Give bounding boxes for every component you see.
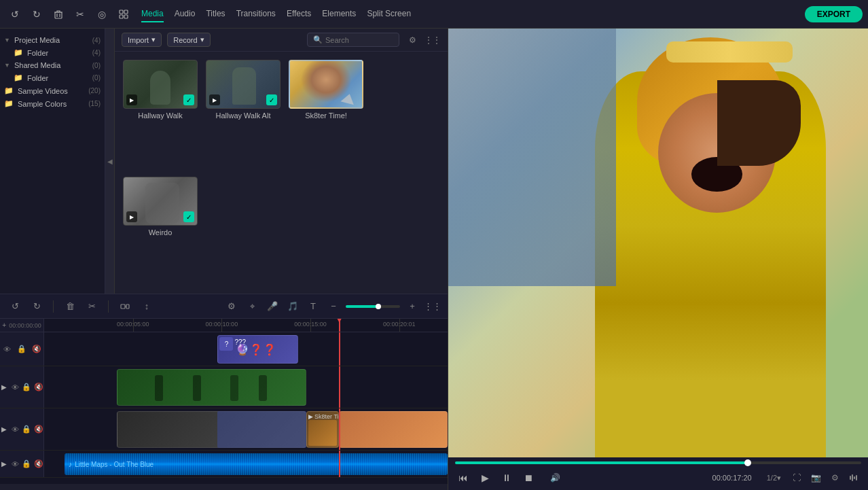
snapshot-button[interactable]: 📷 bbox=[808, 470, 823, 485]
track-lock-button[interactable]: 🔒 bbox=[22, 381, 31, 393]
media-item-hallway-walk-alt[interactable]: ▶ ✓ Hallway Walk Alt bbox=[206, 60, 281, 169]
track-play-button[interactable]: ▶ bbox=[0, 458, 8, 470]
timeline-zoom-in-button[interactable]: + bbox=[404, 298, 420, 315]
track-lock-button[interactable]: 🔒 bbox=[22, 458, 31, 470]
fullscreen-button[interactable]: ⛶ bbox=[789, 470, 804, 485]
timeline-delete-button[interactable]: 🗑 bbox=[62, 298, 78, 315]
track-lock-button[interactable]: 🔒 bbox=[22, 423, 31, 436]
search-icon: 🔍 bbox=[313, 35, 323, 44]
tab-audio[interactable]: Audio bbox=[175, 6, 196, 22]
playback-extra: 🔊 bbox=[547, 470, 562, 485]
subtitle-clip[interactable]: ? 🔮❓❓ ??? bbox=[217, 335, 298, 364]
sidebar-item-project-media[interactable]: ▼ Project Media (4) bbox=[0, 34, 105, 46]
timeline-voice-button[interactable]: 🎵 bbox=[285, 298, 301, 315]
media-item-sk8ter-time[interactable]: Sk8ter Time! bbox=[289, 60, 363, 169]
import-button[interactable]: Import ▾ bbox=[122, 33, 162, 47]
sidebar-item-folder2[interactable]: 📁 Folder (0) bbox=[0, 71, 105, 84]
check-icon: ✓ bbox=[183, 211, 194, 222]
timeline-zoom-slider[interactable] bbox=[346, 305, 400, 308]
track-mute-button[interactable]: 🔇 bbox=[34, 423, 43, 436]
timeline-redo-button[interactable]: ↻ bbox=[29, 298, 45, 315]
track-eye-button[interactable]: 👁 bbox=[1, 343, 13, 355]
check-icon: ✓ bbox=[266, 94, 277, 105]
timeline-zoom-out-button[interactable]: − bbox=[325, 298, 342, 315]
video-track-2-area: ▶ Sk8ter Time! bbox=[44, 408, 448, 450]
track-play-button[interactable]: ▶ bbox=[0, 381, 8, 393]
tab-titles[interactable]: Titles bbox=[206, 6, 225, 22]
track-mute-button[interactable]: 🔇 bbox=[34, 381, 43, 393]
sidebar-item-sample-colors[interactable]: 📁 Sample Colors (15) bbox=[0, 97, 105, 110]
pause-button[interactable]: ⏸ bbox=[499, 470, 515, 486]
record-chevron: ▾ bbox=[200, 35, 204, 44]
track-eye-button[interactable]: 👁 bbox=[11, 423, 19, 436]
svg-rect-8 bbox=[126, 304, 129, 309]
timeline-ripple-button[interactable] bbox=[117, 298, 133, 315]
sk8ter-clip-label: Sk8ter Time! bbox=[314, 413, 339, 420]
export-button[interactable]: EXPORT bbox=[805, 6, 863, 22]
separator bbox=[108, 300, 109, 313]
track-eye-button[interactable]: 👁 bbox=[11, 458, 19, 470]
tab-media[interactable]: Media bbox=[141, 6, 164, 22]
redo-icon[interactable]: ↻ bbox=[27, 5, 46, 24]
timeline-text-button[interactable]: T bbox=[305, 298, 321, 315]
sidebar-item-shared-media[interactable]: ▼ Shared Media (0) bbox=[0, 59, 105, 71]
timeline-trim-button[interactable]: ↕ bbox=[139, 298, 155, 315]
undo-icon[interactable]: ↺ bbox=[5, 5, 24, 24]
sidebar-item-label: Sample Colors bbox=[18, 100, 67, 108]
tab-split-screen[interactable]: Split Screen bbox=[367, 6, 411, 22]
timeline-cut-button[interactable]: ✂ bbox=[84, 298, 100, 315]
media-item-hallway-walk[interactable]: ▶ ✓ Hallway Walk bbox=[123, 60, 198, 169]
video-clip-main[interactable] bbox=[117, 369, 306, 406]
ratio-select[interactable]: 1/2▾ bbox=[763, 470, 785, 485]
sidebar-item-folder[interactable]: 📁 Folder (4) bbox=[0, 46, 105, 59]
search-box[interactable]: 🔍 bbox=[307, 33, 399, 47]
add-track-button[interactable]: + bbox=[2, 321, 6, 329]
audio-track-controls: ▶ 👁 🔒 🔇 bbox=[0, 451, 44, 477]
timeline-undo-button[interactable]: ↺ bbox=[7, 298, 23, 315]
search-input[interactable] bbox=[325, 36, 393, 44]
check-icon: ✓ bbox=[183, 94, 194, 105]
left-top: ▼ Project Media (4) 📁 Folder (4) ▼ Share… bbox=[0, 29, 448, 294]
import-label: Import bbox=[128, 36, 149, 44]
stabilize-icon[interactable]: ◎ bbox=[92, 5, 111, 24]
tracks-container: 👁 🔒 🔇 ? 🔮❓❓ ??? bbox=[0, 332, 448, 484]
settings-button[interactable]: ⚙ bbox=[827, 470, 842, 485]
timeline-audio-button[interactable]: 🎤 bbox=[264, 298, 281, 315]
timeline-more-button[interactable]: ⋮⋮ bbox=[424, 298, 441, 315]
timeline-snap-button[interactable]: ⌖ bbox=[244, 298, 260, 315]
sk8ter-video-clip[interactable] bbox=[339, 411, 448, 448]
sidebar-item-sample-videos[interactable]: 📁 Sample Videos (20) bbox=[0, 84, 105, 97]
sk8ter-clip[interactable]: ▶ Sk8ter Time! bbox=[306, 411, 339, 448]
record-button[interactable]: Record ▾ bbox=[167, 33, 210, 47]
sidebar-collapse-button[interactable]: ◀ bbox=[105, 29, 115, 294]
playhead[interactable] bbox=[339, 319, 340, 332]
progress-thumb[interactable] bbox=[744, 459, 751, 466]
audio-clip[interactable]: ♪ Little Maps - Out The Blue bbox=[65, 453, 448, 475]
tab-effects[interactable]: Effects bbox=[287, 6, 311, 22]
track-lock-button[interactable]: 🔒 bbox=[16, 343, 28, 355]
zoom-slider-thumb[interactable] bbox=[376, 304, 381, 309]
tab-elements[interactable]: Elements bbox=[322, 6, 356, 22]
track-mute-button[interactable]: 🔇 bbox=[31, 343, 43, 355]
music-icon: ♪ bbox=[69, 460, 73, 468]
ruler-area[interactable]: 00:00:05:00 00:00:10:00 00:00:15:00 00:0… bbox=[44, 319, 448, 332]
delete-icon[interactable] bbox=[49, 5, 68, 24]
play-button[interactable]: ▶ bbox=[477, 470, 493, 486]
track-play-button[interactable]: ▶ bbox=[0, 423, 8, 436]
timeline-settings-button[interactable]: ⚙ bbox=[223, 298, 240, 315]
waveform-button[interactable] bbox=[846, 470, 861, 485]
cut-icon[interactable]: ✂ bbox=[71, 5, 90, 24]
playhead-line bbox=[339, 451, 340, 477]
tab-transitions[interactable]: Transitions bbox=[236, 6, 276, 22]
grid-icon[interactable]: ⋮⋮ bbox=[424, 35, 441, 45]
skip-back-button[interactable]: ⏮ bbox=[455, 470, 471, 486]
layout-icon[interactable] bbox=[114, 5, 133, 24]
track-mute-button[interactable]: 🔇 bbox=[34, 458, 43, 470]
progress-bar[interactable] bbox=[455, 461, 861, 464]
filter-icon[interactable]: ⚙ bbox=[409, 35, 416, 45]
media-item-label: Hallway Walk Alt bbox=[216, 111, 271, 120]
stop-button[interactable]: ⏹ bbox=[520, 470, 537, 486]
track-eye-button[interactable]: 👁 bbox=[11, 381, 19, 393]
media-item-weirdo[interactable]: ▶ ✓ Weirdo bbox=[123, 177, 198, 285]
volume-button[interactable]: 🔊 bbox=[547, 470, 562, 485]
